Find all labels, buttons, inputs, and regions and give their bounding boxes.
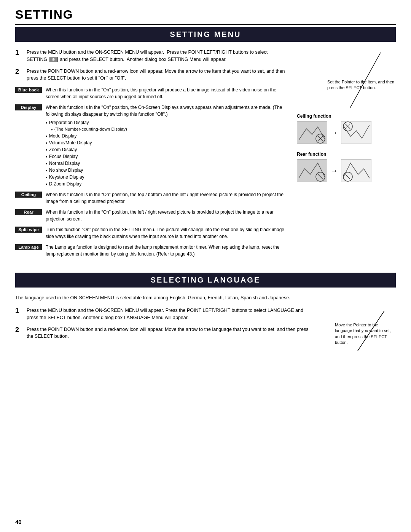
lang-pointer-note: Move the Pointer to the language that yo… — [335, 322, 396, 346]
setting-menu-section: SETTING MENU 1 Press the MENU button and… — [15, 27, 396, 261]
language-right: Move the Pointer to the language that yo… — [320, 307, 396, 353]
feature-text-display: When this function is in the "On" positi… — [46, 104, 289, 187]
feature-label-ceiling: Ceiling — [15, 192, 42, 198]
feature-rear: Rear When this function is in the “On” p… — [15, 209, 289, 222]
feature-label-display: Display — [15, 104, 42, 110]
feature-display: Display When this function is in the "On… — [15, 104, 289, 187]
setting-icon — [49, 57, 58, 62]
bullet-mode: Mode Display — [46, 133, 289, 139]
feature-text-split-wipe: Turn this function “On” position in the … — [46, 226, 289, 240]
ceiling-function-title: Ceiling function — [297, 113, 396, 119]
lang-step-2: 2 Press the POINT DOWN button and a red-… — [15, 326, 312, 340]
bullet-focus: Focus Display — [46, 153, 289, 160]
ceiling-diag-before — [297, 121, 327, 144]
feature-label-lamp-age: Lamp age — [15, 244, 42, 250]
rear-diag-after — [341, 159, 371, 182]
rear-arrow: → — [330, 166, 338, 175]
bullet-keystone: Keystone Display — [46, 174, 289, 181]
language-left: 1 Press the MENU button and the ON-SCREE… — [15, 307, 312, 353]
feature-label-blue-back: Blue back — [15, 87, 42, 93]
language-intro: The language used in the ON-SCREEN MENU … — [15, 294, 396, 302]
bullet-normal: Normal Display — [46, 160, 289, 167]
lang-step-2-text: Press the POINT DOWN button and a red-ar… — [27, 326, 312, 340]
selecting-language-header: SELECTING LANGUAGE — [15, 273, 396, 288]
feature-text-rear: When this function is in the “On” positi… — [46, 209, 289, 222]
rear-function-title: Rear function — [297, 152, 396, 157]
setting-menu-right: Set the Pointer to the item, and then pr… — [297, 49, 396, 261]
bullet-preparation: Preparation Display — [46, 119, 289, 126]
bullet-zoom: Zoom Display — [46, 146, 289, 153]
rear-diag-before — [297, 159, 327, 182]
step-1: 1 Press the MENU button and the ON-SCREE… — [15, 49, 289, 63]
feature-label-rear: Rear — [15, 209, 42, 215]
feature-text-ceiling: When this function is in the “On” positi… — [46, 191, 289, 205]
bullet-volume: Volume/Mute Display — [46, 139, 289, 146]
setting-menu-header: SETTING MENU — [15, 27, 396, 42]
step-1-text: Press the MENU button and the ON-SCREEN … — [27, 49, 289, 63]
step-2-text: Press the POINT DOWN button and a red-ar… — [27, 68, 289, 82]
step-1-number: 1 — [15, 49, 23, 63]
ceiling-function-diagram: Ceiling function → — [297, 113, 396, 144]
step-2-number: 2 — [15, 68, 23, 82]
bullet-dzoom: D.Zoom Display — [46, 181, 289, 187]
page-number: 40 — [15, 519, 22, 525]
selecting-language-section: SELECTING LANGUAGE The language used in … — [15, 273, 396, 353]
lang-step-1-number: 1 — [15, 307, 23, 321]
rear-function-diagram: Rear function → — [297, 152, 396, 182]
feature-text-blue-back: When this function is in the "On" positi… — [46, 86, 289, 100]
lang-step-2-number: 2 — [15, 326, 23, 340]
feature-ceiling: Ceiling When this function is in the “On… — [15, 191, 289, 205]
feature-label-split-wipe: Split wipe — [15, 227, 42, 233]
ceiling-diag-after — [341, 121, 371, 144]
step-2: 2 Press the POINT DOWN button and a red-… — [15, 68, 289, 82]
setting-menu-left: 1 Press the MENU button and the ON-SCREE… — [15, 49, 289, 261]
bullet-noshow: No show Display — [46, 167, 289, 174]
page-title: SETTING — [15, 8, 396, 25]
feature-lamp-age: Lamp age The Lamp age function is design… — [15, 244, 289, 257]
language-two-col: 1 Press the MENU button and the ON-SCREE… — [15, 307, 396, 353]
pointer-note: Set the Pointer to the item, and then pr… — [327, 79, 396, 91]
ceiling-arrow: → — [330, 128, 338, 137]
lang-step-1: 1 Press the MENU button and the ON-SCREE… — [15, 307, 312, 321]
feature-split-wipe: Split wipe Turn this function “On” posit… — [15, 226, 289, 240]
bullet-counting: (The Number-counting-down Display) — [46, 126, 289, 133]
svg-rect-12 — [341, 159, 371, 182]
lang-step-1-text: Press the MENU button and the ON-SCREEN … — [27, 307, 312, 321]
feature-blue-back: Blue back When this function is in the "… — [15, 86, 289, 100]
display-bullet-list: Preparation Display (The Number-counting… — [46, 119, 289, 187]
feature-text-lamp-age: The Lamp age function is designed to res… — [46, 244, 289, 257]
